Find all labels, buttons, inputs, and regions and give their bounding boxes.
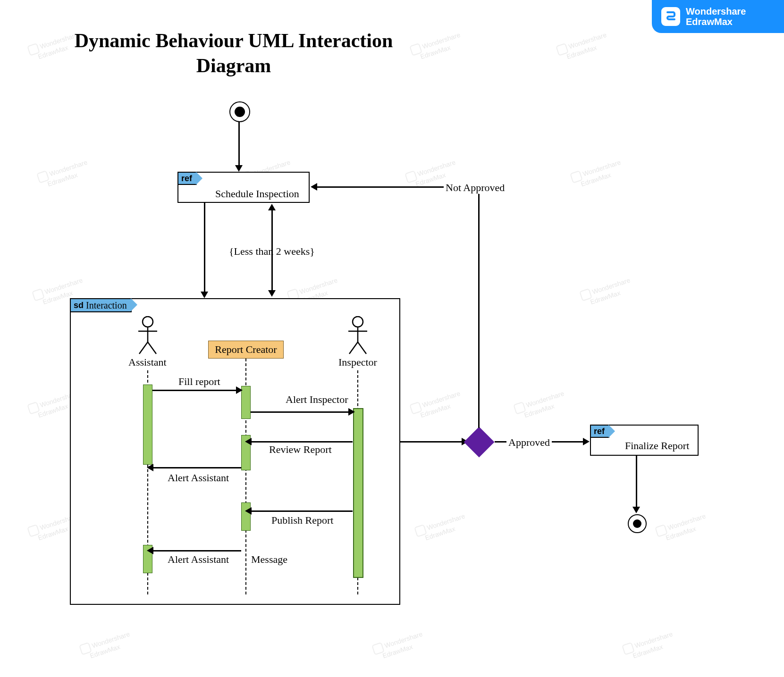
svg-line-4: [148, 342, 156, 354]
msg-message-label: Message: [251, 553, 287, 566]
edge: [400, 441, 463, 443]
diagram-canvas: Wondershare EdrawMax Wondershare EdrawMa…: [0, 0, 784, 677]
activation-rc-3: [241, 502, 251, 531]
edge-not-approved-v: [478, 186, 480, 428]
arrowhead-icon: [147, 464, 153, 471]
arrowhead-icon: [268, 290, 276, 297]
msg-review-report: [251, 441, 353, 443]
msg-fill-report: [152, 390, 237, 391]
msg-alert-assistant-1-label: Alert Assistant: [168, 472, 229, 484]
inspector-label: Inspector: [338, 356, 377, 368]
watermark: Wondershare EdrawMax: [655, 511, 709, 543]
watermark: Wondershare EdrawMax: [371, 629, 426, 661]
svg-point-5: [353, 317, 363, 327]
arrowhead-icon: [147, 547, 153, 554]
edge: [636, 456, 637, 508]
not-approved-label: Not Approved: [444, 182, 506, 194]
arrowhead-icon: [235, 165, 243, 172]
sd-tab-label: sd: [74, 301, 84, 310]
edge: [238, 121, 240, 166]
brand-line2: EdrawMax: [686, 17, 733, 27]
arrowhead-icon: [583, 438, 590, 445]
msg-review-report-label: Review Report: [269, 443, 332, 456]
brand-badge: Wondershare EdrawMax: [652, 0, 784, 33]
finalize-label: Finalize Report: [625, 440, 689, 452]
brand-line1: Wondershare: [686, 6, 746, 17]
svg-point-0: [143, 317, 153, 327]
watermark: Wondershare EdrawMax: [79, 629, 134, 661]
arrowhead-icon: [348, 408, 355, 416]
activation-inspector: [353, 408, 363, 578]
msg-alert-inspector-label: Alert Inspector: [286, 394, 348, 405]
arrowhead-icon: [236, 386, 243, 394]
arrowhead-icon: [245, 507, 252, 515]
msg-alert-assistant-2: [152, 550, 241, 552]
sd-tab: sd Interaction: [70, 298, 132, 312]
watermark: Wondershare EdrawMax: [409, 30, 464, 62]
sd-title: Interaction: [86, 300, 127, 311]
diagram-title: Dynamic Behaviour UML Interaction Diagra…: [61, 28, 406, 78]
activation-assistant-1: [143, 384, 152, 465]
watermark: Wondershare EdrawMax: [409, 389, 464, 421]
actor-assistant-icon: [137, 316, 159, 355]
final-node: [628, 514, 647, 533]
arrowhead-icon: [632, 507, 640, 513]
decision-node: [464, 426, 494, 457]
guard-label: {Less than 2 weeks}: [229, 245, 315, 258]
actor-inspector-icon: [347, 316, 369, 355]
activation-rc-1: [241, 386, 251, 419]
arrowhead-icon: [245, 438, 252, 445]
report-creator-header: Report Creator: [208, 341, 284, 359]
svg-line-3: [139, 342, 148, 354]
schedule-label: Schedule Inspection: [215, 188, 299, 200]
watermark: Wondershare EdrawMax: [414, 511, 469, 543]
msg-alert-assistant-1: [152, 467, 241, 468]
arrowhead-icon: [268, 204, 276, 210]
arrowhead-icon: [201, 292, 208, 298]
arrowhead-icon: [311, 183, 317, 191]
edrawmax-logo-icon: [661, 7, 680, 26]
msg-publish-report: [251, 510, 353, 512]
ref-tab: ref: [177, 172, 197, 185]
svg-line-9: [358, 342, 366, 354]
edge: [204, 203, 205, 293]
msg-publish-report-label: Publish Report: [271, 514, 333, 527]
watermark: Wondershare EdrawMax: [556, 30, 610, 62]
brand-text: Wondershare EdrawMax: [686, 6, 746, 27]
msg-fill-report-label: Fill report: [178, 376, 220, 388]
svg-line-8: [349, 342, 358, 354]
watermark: Wondershare EdrawMax: [579, 276, 634, 308]
watermark: Wondershare EdrawMax: [513, 389, 568, 421]
watermark: Wondershare EdrawMax: [622, 629, 676, 661]
msg-alert-inspector: [251, 411, 350, 413]
msg-alert-assistant-2-label: Alert Assistant: [168, 553, 229, 566]
assistant-label: Assistant: [128, 356, 167, 368]
ref-tab: ref: [590, 425, 609, 438]
approved-label: Approved: [506, 436, 552, 449]
initial-node: [229, 101, 250, 122]
ref-schedule-inspection: ref Schedule Inspection: [177, 172, 310, 203]
watermark: Wondershare EdrawMax: [36, 158, 91, 190]
ref-finalize-report: ref Finalize Report: [590, 425, 699, 456]
watermark: Wondershare EdrawMax: [570, 158, 624, 190]
